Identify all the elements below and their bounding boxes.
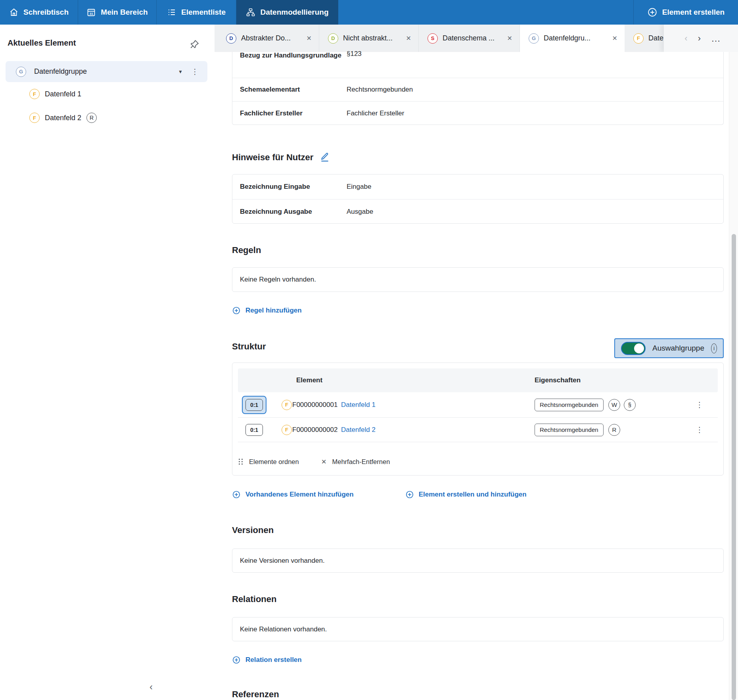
remove-x-icon: ✕ [321,458,327,466]
tabs-scroll-right-icon[interactable]: › [698,33,701,44]
detail-row: Bezug zur Handlungsgrundlage §123 [232,52,723,78]
heading-text: Relationen [232,594,276,604]
plus-circle-icon [232,656,241,664]
regel-hinzufuegen-button[interactable]: Regel hinzufügen [232,306,302,315]
plus-circle-icon [232,306,241,315]
detail-value: Rechtsnormgebunden [347,86,413,94]
edit-pencil-icon[interactable] [320,152,330,163]
hinweise-value: Eingabe [347,183,371,191]
section-heading-hinweise: Hinweise für Nutzer [232,152,724,163]
field-letter-icon: F [282,400,292,410]
elemente-ordnen-button[interactable]: Elemente ordnen [238,458,299,466]
field-letter-icon: F [29,89,40,99]
cardinality-chip[interactable]: 0:1 [245,424,263,436]
tab-datenfeldgruppe-active[interactable]: G Datenfeldgru... ✕ [520,25,625,52]
link-label: Element erstellen und hinzufügen [419,491,527,499]
hinweise-row: Bezeichnung Ausgabe Ausgabe [232,199,723,224]
close-icon[interactable]: ✕ [606,35,617,42]
sidebar-item-label: Datenfeldgruppe [34,67,87,76]
element-name-link[interactable]: Datenfeld 2 [341,426,376,434]
scrollbar-thumb[interactable] [732,234,736,700]
row-kebab-icon[interactable]: ⋮ [695,425,704,434]
nav-label: Schreibtisch [23,8,69,17]
scrollbar-track[interactable] [729,52,738,700]
document-tabbar: D Abstrakter Do... ✕ D Nicht abstrakt...… [215,25,738,52]
sidebar-item-datenfeld-2[interactable]: F Datenfeld 2 R [29,112,97,124]
detail-row: Schemaelementart Rechtsnormgebunden [232,78,723,101]
sitemap-icon [246,8,255,17]
sidebar-item-datenfeldgruppe[interactable]: G Datenfeldgruppe ▼ ⋮ [6,61,207,82]
close-icon[interactable]: ✕ [400,35,411,42]
detail-card: Bezug zur Handlungsgrundlage §123 Schema… [232,52,724,125]
sidebar-collapse-icon[interactable]: ‹ [146,681,156,693]
mehrfach-entfernen-button[interactable]: ✕ Mehrfach-Entfernen [321,458,390,466]
tab-abstrakter-dokument[interactable]: D Abstrakter Do... ✕ [217,25,319,52]
property-badges: W § [608,399,636,411]
struktur-table-card: Element Eigenschaften 0:1 F F00000000001… [232,362,724,476]
info-icon[interactable]: i [711,343,717,353]
tab-label: Datenschema ... [443,34,495,42]
schemaelementart-chip: Rechtsnormgebunden [535,399,604,411]
plus-circle-icon [232,490,241,499]
table-row: 0:1 F F00000000002 Datenfeld 2 Rechtsnor… [238,417,718,442]
sidebar-item-datenfeld-1[interactable]: F Datenfeld 1 [29,88,81,100]
toggle-switch-on[interactable] [621,342,646,355]
heading-text: Versionen [232,525,274,535]
doc-letter-icon: D [226,33,236,44]
group-letter-icon: G [16,67,26,77]
kebab-menu-icon[interactable]: ⋮ [191,61,199,82]
nav-item-elementliste[interactable]: Elementliste [157,0,236,25]
vorhandenes-element-hinzufuegen-button[interactable]: Vorhandenes Element hinzufügen [232,490,354,499]
row-kebab-icon[interactable]: ⋮ [695,400,704,409]
element-name-link[interactable]: Datenfeld 1 [341,401,376,409]
r-badge: R [608,424,620,436]
sidebar-aktuelles-element: Aktuelles Element G Datenfeldgruppe ▼ ⋮ … [0,25,215,700]
element-erstellen-und-hinzufuegen-button[interactable]: Element erstellen und hinzufügen [405,490,527,499]
nav-label: Mein Bereich [101,8,148,17]
drag-handle-icon [238,458,243,465]
empty-text: Keine Versionen vorhanden. [240,557,325,565]
main-content: Bezug zur Handlungsgrundlage §123 Schema… [215,52,738,700]
auswahlgruppe-toggle-box[interactable]: Auswahlgruppe i [614,338,724,358]
paragraph-badge: § [624,399,636,411]
tabs-more-icon[interactable]: … [711,33,721,44]
element-id: F00000000002 [292,426,337,434]
relation-erstellen-button[interactable]: Relation erstellen [232,656,302,664]
heading-text: Hinweise für Nutzer [232,152,313,163]
tab-label: Date [648,34,663,42]
nav-item-datenmodellierung[interactable]: Datenmodellierung [236,0,338,25]
svg-text:31: 31 [90,12,93,15]
heading-text: Referenzen [232,689,279,700]
detail-value: Fachlicher Ersteller [347,109,404,117]
tabs-scroll-left-icon[interactable]: ‹ [684,33,687,44]
tab-datenschema[interactable]: S Datenschema ... ✕ [419,25,520,52]
nav-item-schreibtisch[interactable]: Schreibtisch [0,0,78,25]
section-heading-versionen: Versionen [232,525,724,535]
tab-nicht-abstrakt[interactable]: D Nicht abstrakt... ✕ [319,25,419,52]
calendar-icon: 31 [86,8,96,17]
link-label: Vorhandenes Element hinzufügen [245,491,354,499]
link-label: Relation erstellen [245,656,302,664]
field-letter-icon: F [29,113,40,123]
section-heading-referenzen: Referenzen [232,689,724,700]
relationen-empty-card: Keine Relationen vorhanden. [232,617,724,641]
pin-icon[interactable] [189,39,200,50]
heading-text: Struktur [232,341,266,352]
hinweise-label: Bezeichnung Ausgabe [240,206,347,217]
detail-label: Fachlicher Ersteller [240,108,347,119]
versionen-empty-card: Keine Versionen vorhanden. [232,548,724,573]
nav-item-mein-bereich[interactable]: 31 Mein Bereich [78,0,157,25]
cardinality-chip-selected[interactable]: 0:1 [242,396,266,414]
toggle-label: Auswahlgruppe [652,344,704,353]
action-label: Elemente ordnen [249,458,299,466]
schema-letter-icon: S [427,33,438,44]
section-heading-relationen: Relationen [232,594,724,604]
element-erstellen-button[interactable]: Element erstellen [633,0,738,25]
tab-label: Nicht abstrakt... [343,34,393,42]
hinweise-card: Bezeichnung Eingabe Eingabe Bezeichnung … [232,174,724,224]
close-icon[interactable]: ✕ [501,35,512,42]
chevron-down-icon[interactable]: ▼ [178,61,183,82]
close-icon[interactable]: ✕ [300,35,312,42]
sidebar-item-label: Datenfeld 1 [45,90,81,98]
link-label: Regel hinzufügen [245,307,302,315]
